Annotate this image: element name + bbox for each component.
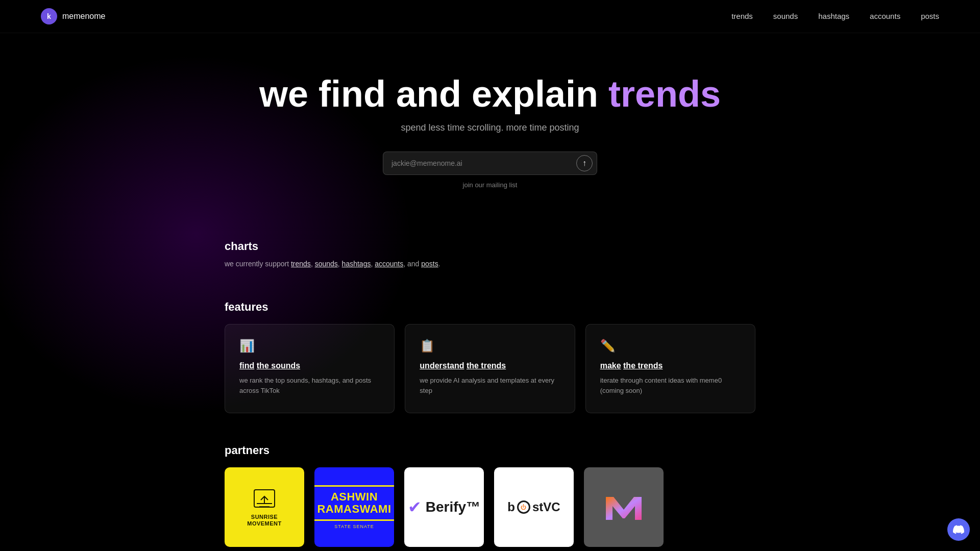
sunrise-text: SUNRISEMOVEMENT: [247, 514, 282, 527]
feature-title-underline-understand: understand: [420, 361, 464, 370]
partner-berify[interactable]: ✔ Berify™: [404, 467, 484, 547]
logo-link[interactable]: k memenome: [41, 8, 105, 24]
charts-title: charts: [225, 240, 755, 253]
find-icon: 📊: [239, 339, 380, 353]
berify-inner: ✔ Berify™: [408, 497, 480, 517]
hero-subtext: spend less time scrolling. more time pos…: [225, 122, 755, 133]
submit-arrow-icon: ↑: [582, 159, 586, 168]
feature-title-rest-understand: the trends: [467, 361, 506, 370]
charts-link-hashtags[interactable]: hashtags: [342, 260, 371, 268]
feature-title-rest-make: the trends: [623, 361, 663, 370]
partner-meme[interactable]: [584, 467, 664, 547]
feature-card-find: 📊 find the sounds we rank the top sounds…: [225, 324, 395, 414]
email-input[interactable]: [391, 154, 576, 172]
discord-fab-icon: [953, 524, 964, 535]
understand-icon: 📋: [420, 339, 560, 353]
partner-boostvc[interactable]: b ⏻ stVC: [494, 467, 574, 547]
feature-desc-understand: we provide AI analysis and templates at …: [420, 375, 560, 397]
feature-desc-find: we rank the top sounds, hashtags, and po…: [239, 375, 380, 397]
charts-link-sounds[interactable]: sounds: [315, 260, 338, 268]
charts-link-accounts[interactable]: accounts: [375, 260, 403, 268]
feature-card-make: ✏️ make the trends iterate through conte…: [585, 324, 755, 414]
nav-link-sounds[interactable]: sounds: [773, 12, 798, 20]
nav-link-accounts[interactable]: accounts: [870, 12, 900, 20]
logo-icon: k: [41, 8, 57, 24]
charts-link-trends[interactable]: trends: [291, 260, 311, 268]
feature-title-find: find the sounds: [239, 361, 380, 370]
meme-logo-svg: [603, 492, 644, 522]
boostvc-b: b: [507, 500, 515, 514]
partner-ashwin[interactable]: ASHWINRAMASWAMI STATE SENATE: [314, 467, 394, 547]
nav-link-hashtags[interactable]: hashtags: [818, 12, 849, 20]
charts-description: we currently support trends, sounds, has…: [225, 258, 755, 269]
feature-title-rest-find: the sounds: [257, 361, 300, 370]
sunrise-logo-svg: [252, 487, 277, 510]
logo-text: memenome: [62, 12, 105, 21]
boostvc-rest: stVC: [532, 500, 560, 514]
make-icon: ✏️: [600, 339, 741, 353]
submit-button[interactable]: ↑: [576, 155, 593, 171]
hero-headline-accent: trends: [608, 73, 721, 114]
meme-inner: [584, 467, 664, 547]
berify-text: Berify™: [426, 499, 480, 515]
partners-section: partners SUNRISEMOVEMENT: [225, 423, 755, 551]
boostvc-inner: b ⏻ stVC: [507, 500, 560, 514]
sunrise-inner: SUNRISEMOVEMENT: [225, 467, 304, 547]
navigation: k memenome trends sounds hashtags accoun…: [0, 0, 980, 33]
ashwin-name: ASHWINRAMASWAMI: [314, 485, 394, 521]
partners-title: partners: [225, 444, 755, 457]
features-grid: 📊 find the sounds we rank the top sounds…: [225, 324, 755, 414]
boostvc-power-icon: ⏻: [521, 504, 526, 510]
main-content: we find and explain trends spend less ti…: [204, 33, 776, 551]
feature-desc-make: iterate through content ideas with meme0…: [600, 375, 741, 397]
boostvc-o-circle: ⏻: [517, 500, 530, 514]
ashwin-inner: ASHWINRAMASWAMI STATE SENATE: [314, 467, 394, 547]
charts-link-posts[interactable]: posts: [421, 260, 438, 268]
hero-headline-prefix: we find and explain: [259, 73, 598, 114]
berify-check-icon: ✔: [408, 497, 422, 517]
feature-title-underline-find: find: [239, 361, 254, 370]
charts-section: charts we currently support trends, soun…: [225, 219, 755, 280]
feature-title-underline-make: make: [600, 361, 621, 370]
discord-fab[interactable]: [947, 518, 970, 541]
nav-link-trends[interactable]: trends: [731, 12, 753, 20]
mailing-list-text: join our mailing list: [225, 181, 755, 189]
hero-headline: we find and explain trends: [225, 74, 755, 114]
partner-sunrise[interactable]: SUNRISEMOVEMENT: [225, 467, 304, 547]
features-title: features: [225, 300, 755, 314]
partners-grid: SUNRISEMOVEMENT ASHWINRAMASWAMI STATE SE…: [225, 467, 755, 547]
hero-section: we find and explain trends spend less ti…: [225, 33, 755, 219]
ashwin-sub: STATE SENATE: [334, 524, 374, 529]
email-form: ↑: [383, 152, 597, 175]
nav-link-posts[interactable]: posts: [921, 12, 939, 20]
feature-title-make: make the trends: [600, 361, 741, 370]
feature-card-understand: 📋 understand the trends we provide AI an…: [405, 324, 575, 414]
feature-title-understand: understand the trends: [420, 361, 560, 370]
features-section: features 📊 find the sounds we rank the t…: [225, 280, 755, 424]
nav-links: trends sounds hashtags accounts posts: [731, 12, 939, 21]
